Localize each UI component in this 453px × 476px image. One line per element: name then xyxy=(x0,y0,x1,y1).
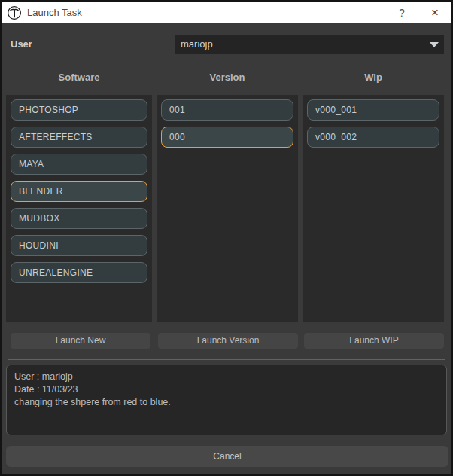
user-label: User xyxy=(11,38,32,50)
cancel-button[interactable]: Cancel xyxy=(6,446,448,467)
app-icon xyxy=(7,5,22,20)
list-item-001[interactable]: 001 xyxy=(161,99,293,121)
dialog-body: User mariojp Software Version Wip PHOTOS… xyxy=(2,23,451,474)
help-button[interactable]: ? xyxy=(385,7,418,19)
version-list: 001000 xyxy=(157,95,298,322)
list-item-blender[interactable]: BLENDER xyxy=(11,181,147,202)
list-item-maya[interactable]: MAYA xyxy=(11,154,147,175)
comment-textarea[interactable]: User : mariojp Date : 11/03/23 changing … xyxy=(6,365,447,435)
launch-wip-button[interactable]: Launch WIP xyxy=(304,333,444,349)
list-item-photoshop[interactable]: PHOTOSHOP xyxy=(11,99,147,121)
software-list: PHOTOSHOPAFTEREFFECTSMAYABLENDERMUDBOXHO… xyxy=(6,95,152,322)
version-header: Version xyxy=(157,72,298,83)
close-icon[interactable]: × xyxy=(418,5,451,20)
user-dropdown-value: mariojp xyxy=(181,38,213,50)
divider xyxy=(8,359,445,360)
list-item-mudbox[interactable]: MUDBOX xyxy=(11,208,147,229)
wip-list: v000_001v000_002 xyxy=(303,95,444,322)
list-item-aftereffects[interactable]: AFTEREFFECTS xyxy=(11,127,147,148)
list-item-v000_002[interactable]: v000_002 xyxy=(307,127,439,148)
launch-version-button[interactable]: Launch Version xyxy=(158,333,298,349)
window-title: Launch Task xyxy=(27,7,385,18)
list-item-000[interactable]: 000 xyxy=(161,127,293,148)
list-item-unrealengine[interactable]: UNREALENGINE xyxy=(11,262,147,283)
software-header: Software xyxy=(6,72,152,83)
titlebar: Launch Task ? × xyxy=(2,2,451,23)
list-item-houdini[interactable]: HOUDINI xyxy=(11,235,147,256)
launch-new-button[interactable]: Launch New xyxy=(11,333,150,349)
launch-task-dialog: Launch Task ? × User mariojp Software Ve… xyxy=(0,0,453,476)
user-dropdown[interactable]: mariojp xyxy=(175,35,444,54)
list-item-v000_001[interactable]: v000_001 xyxy=(307,99,439,121)
wip-header: Wip xyxy=(303,72,444,83)
chevron-down-icon xyxy=(430,42,439,47)
